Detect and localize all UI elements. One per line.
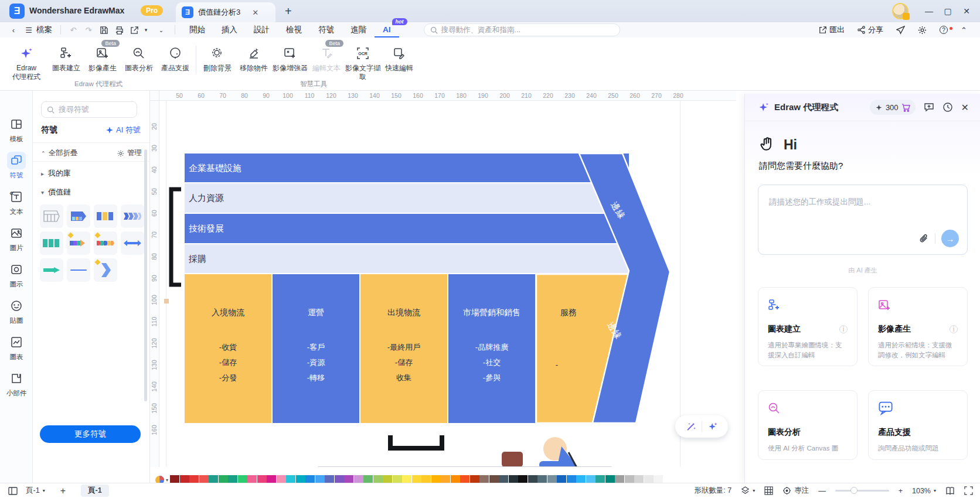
sidebar-item-chart[interactable]: 圖表 bbox=[0, 333, 33, 361]
close-panel-icon[interactable]: ✕ bbox=[961, 102, 969, 113]
symbol-strip-multicolor[interactable] bbox=[94, 231, 117, 255]
redo-icon[interactable]: ↷ bbox=[81, 26, 96, 35]
credits-pill[interactable]: 300 bbox=[870, 100, 916, 115]
menu-3[interactable]: 檢視 bbox=[278, 22, 310, 37]
ribbon-chart-create-button[interactable]: 圖表建立 bbox=[48, 41, 84, 73]
send-feedback-icon[interactable] bbox=[891, 26, 910, 35]
print-icon[interactable] bbox=[111, 26, 127, 35]
fit-screen-icon[interactable] bbox=[964, 486, 973, 495]
new-tab-button[interactable]: + bbox=[285, 5, 292, 18]
zoom-slider[interactable] bbox=[835, 490, 889, 492]
grid-toggle-icon[interactable] bbox=[764, 486, 773, 495]
page-selector[interactable]: 頁-1▾ bbox=[26, 486, 45, 496]
pages-panel-icon[interactable] bbox=[8, 486, 18, 496]
page-tab[interactable]: 頁-1 bbox=[81, 485, 109, 497]
export-button[interactable]: 匯出 bbox=[814, 25, 849, 35]
save-icon[interactable] bbox=[96, 26, 111, 35]
info-icon[interactable]: i bbox=[950, 325, 958, 333]
agent-input-box[interactable]: 請描述您的工作或提出問題... → bbox=[758, 185, 968, 255]
menu-2[interactable]: 設計 bbox=[246, 22, 278, 37]
collapse-ribbon-icon[interactable]: ⌄ bbox=[154, 27, 169, 33]
file-menu[interactable]: 檔案 bbox=[36, 25, 52, 35]
symbol-panel-scrollbar[interactable] bbox=[144, 149, 147, 401]
menu-ai[interactable]: AI hot bbox=[375, 22, 399, 37]
ribbon-ocr-button[interactable]: OCR影像文字擷取 bbox=[345, 41, 381, 81]
magic-wand-icon[interactable] bbox=[685, 421, 697, 432]
menu-5[interactable]: 進階 bbox=[342, 22, 375, 37]
info-icon[interactable]: i bbox=[839, 325, 848, 333]
focus-mode-button[interactable]: 專注 bbox=[782, 486, 809, 496]
agent-card-chart-analyze[interactable]: 圖表分析使用 AI 分析 Canvas 圖 bbox=[758, 390, 858, 460]
ribbon-quick-edit-button[interactable]: 快速編輯 bbox=[381, 41, 417, 73]
add-page-button[interactable]: + bbox=[60, 486, 66, 496]
symbol-boxes-blue[interactable] bbox=[94, 204, 117, 228]
sidebar-item-picture[interactable]: 圖片 bbox=[0, 224, 33, 253]
person-illustration[interactable] bbox=[502, 437, 579, 469]
manage-button[interactable]: 管理 bbox=[117, 148, 142, 158]
agent-card-image-generate[interactable]: 影像產生i適用於示範情境：支援微調修改，例如文字編輯 bbox=[868, 287, 968, 366]
library-my-library[interactable]: ▸我的庫 bbox=[41, 168, 71, 179]
menu-0[interactable]: 開始 bbox=[181, 22, 213, 37]
export-caret-icon[interactable]: ▾ bbox=[142, 27, 150, 33]
tab-close-icon[interactable]: ✕ bbox=[252, 8, 258, 17]
back-icon[interactable]: ‹ bbox=[6, 26, 21, 35]
symbol-arrow-teal[interactable] bbox=[40, 258, 63, 282]
collapse-panel-icon[interactable]: ⌃ bbox=[956, 26, 972, 35]
guide-book-icon[interactable] bbox=[945, 486, 955, 496]
ribbon-product-support-button[interactable]: 產品支援 bbox=[157, 41, 193, 73]
zoom-out-button[interactable]: — bbox=[818, 487, 826, 495]
agent-card-chart-create[interactable]: 圖表建立i適用於專業繪圖情境：支援深入自訂編輯 bbox=[758, 287, 858, 366]
ai-symbols-button[interactable]: AI 符號 bbox=[106, 125, 141, 135]
avatar[interactable] bbox=[892, 3, 908, 19]
symbol-chevron-blue[interactable] bbox=[94, 258, 117, 282]
feedback-icon[interactable] bbox=[924, 102, 934, 112]
ribbon-chart-analyze-button[interactable]: 圖表分析 bbox=[121, 41, 157, 73]
sidebar-item-widget[interactable]: 小部件 bbox=[0, 370, 33, 398]
document-tab[interactable]: Ǝ 價值鏈分析3 ✕ bbox=[176, 2, 275, 22]
maximize-button[interactable]: ▢ bbox=[939, 5, 957, 18]
primary-bracket[interactable] bbox=[390, 435, 442, 448]
zoom-level[interactable]: 103%▾ bbox=[912, 487, 936, 495]
collapse-all-button[interactable]: ⌃全部折疊 bbox=[41, 148, 78, 158]
theme-style-dropdown[interactable]: ▾ bbox=[741, 486, 755, 495]
zoom-slider-knob[interactable] bbox=[850, 487, 858, 494]
symbol-bar-multicolor[interactable] bbox=[67, 231, 90, 255]
help-icon[interactable]: ? bbox=[935, 26, 952, 34]
symbol-line-blue[interactable] bbox=[67, 258, 90, 282]
sidebar-item-clipart[interactable]: 圖示 bbox=[0, 261, 33, 289]
symbol-chevrons-blue[interactable] bbox=[121, 204, 144, 228]
ribbon-remove-object-button[interactable]: 移除物件 bbox=[236, 41, 272, 73]
undo-icon[interactable]: ↶ bbox=[66, 26, 81, 35]
symbol-search-input[interactable]: 搜尋符號 bbox=[41, 101, 137, 118]
ribbon-image-generate-button[interactable]: 影像產生Beta bbox=[84, 41, 121, 73]
symbol-table-outline[interactable] bbox=[40, 204, 63, 228]
agent-card-product-support[interactable]: 產品支援詢問產品功能或問題 bbox=[868, 390, 968, 460]
drawing-canvas[interactable]: 5060708090100110120130140150160170180190… bbox=[150, 91, 736, 498]
zoom-in-button[interactable]: + bbox=[899, 487, 903, 495]
more-symbols-button[interactable]: 更多符號 bbox=[40, 425, 141, 443]
symbol-chain-blue[interactable] bbox=[67, 204, 90, 228]
sidebar-item-symbol[interactable]: 符號 bbox=[0, 152, 33, 180]
ribbon-remove-background-button[interactable]: 刪除背景 bbox=[199, 41, 236, 73]
symbol-double-arrow-blue[interactable] bbox=[121, 231, 144, 255]
menu-1[interactable]: 插入 bbox=[213, 22, 246, 37]
share-button[interactable]: 分享 bbox=[853, 25, 888, 35]
sidebar-item-sticker[interactable]: 貼圖 bbox=[0, 297, 33, 325]
sidebar-item-text[interactable]: 文本 bbox=[0, 188, 33, 216]
history-clock-icon[interactable] bbox=[942, 102, 953, 112]
ai-sparkle-icon[interactable] bbox=[707, 421, 719, 432]
global-search-input[interactable]: 搜尋動作、資產和指南... bbox=[424, 23, 620, 36]
attach-paperclip-icon[interactable] bbox=[919, 234, 929, 244]
minimize-button[interactable]: — bbox=[920, 5, 938, 18]
export-icon[interactable] bbox=[127, 26, 142, 35]
ribbon-image-enhancer-button[interactable]: 影像增強器 bbox=[272, 41, 308, 73]
support-bracket[interactable] bbox=[171, 189, 181, 285]
menu-4[interactable]: 符號 bbox=[310, 22, 342, 37]
settings-gear-icon[interactable] bbox=[913, 26, 931, 35]
symbol-boxes-teal[interactable] bbox=[40, 231, 63, 255]
sidebar-item-template[interactable]: 模板 bbox=[0, 115, 33, 144]
hamburger-icon[interactable]: ☰ bbox=[21, 26, 36, 35]
ribbon-edraw-agent-button[interactable]: Edraw代理程式 bbox=[5, 41, 48, 81]
library-value-chain[interactable]: ▾價值鏈 bbox=[41, 187, 71, 197]
send-button[interactable]: → bbox=[941, 230, 959, 247]
